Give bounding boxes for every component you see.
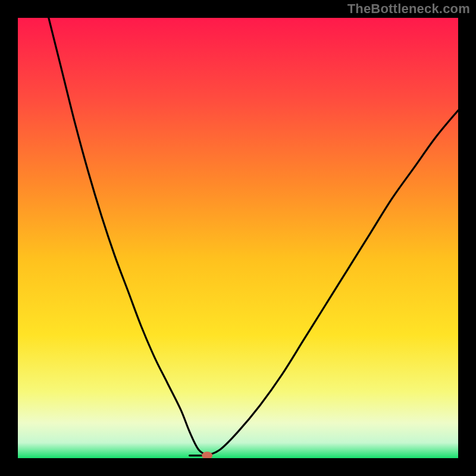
bottleneck-chart	[18, 18, 458, 458]
watermark-text: TheBottleneck.com	[347, 1, 470, 17]
chart-frame: TheBottleneck.com	[0, 0, 476, 476]
plot-area	[18, 18, 458, 458]
gradient-background	[18, 18, 458, 458]
